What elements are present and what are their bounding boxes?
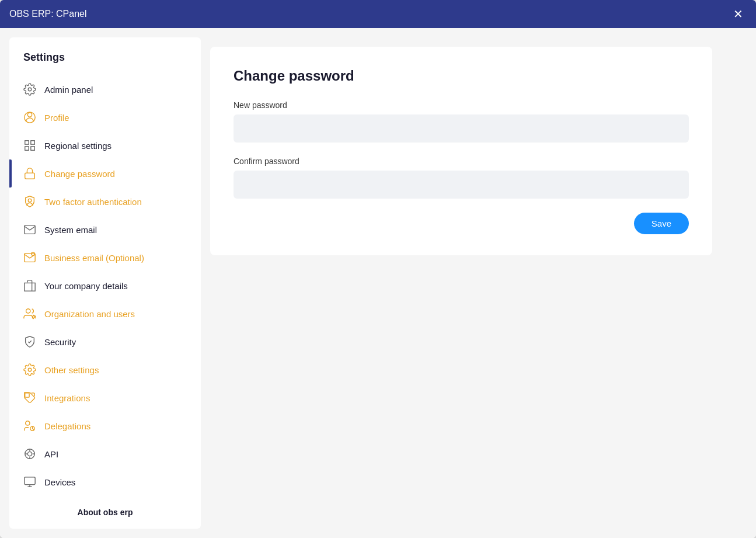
new-password-input[interactable] [234, 114, 689, 143]
sidebar-item-label-integrations: Integrations [44, 393, 90, 403]
svg-rect-6 [25, 173, 35, 179]
sidebar-item-label-profile: Profile [44, 113, 69, 123]
titlebar: OBS ERP: CPanel ✕ [0, 0, 756, 28]
sidebar-item-label-other-settings: Other settings [44, 365, 99, 375]
sidebar-item-security[interactable]: Security [9, 328, 201, 356]
shield-user-icon [23, 195, 36, 208]
form-actions: Save [234, 213, 689, 234]
sidebar-item-label-security: Security [44, 337, 76, 347]
puzzle-icon [23, 391, 36, 404]
sidebar-footer[interactable]: About obs erp [9, 496, 201, 522]
svg-rect-3 [31, 141, 34, 144]
delegate-icon [23, 419, 36, 432]
svg-point-8 [32, 252, 35, 256]
confirm-password-input[interactable] [234, 171, 689, 199]
shield-check-icon [23, 335, 36, 348]
sidebar-item-label-change-password: Change password [44, 169, 115, 179]
svg-rect-29 [25, 477, 35, 485]
main-content: Change password New password Confirm pas… [201, 37, 747, 529]
svg-rect-2 [25, 141, 29, 144]
sidebar-item-admin-panel[interactable]: Admin panel [9, 75, 201, 103]
form-title: Change password [234, 68, 689, 84]
svg-rect-9 [25, 283, 35, 291]
confirm-password-label: Confirm password [234, 157, 689, 166]
svg-rect-5 [31, 147, 34, 150]
sidebar-item-label-delegations: Delegations [44, 421, 90, 431]
sidebar-item-label-system-email: System email [44, 225, 97, 235]
sidebar-item-system-email[interactable]: System email [9, 216, 201, 244]
settings-cog-icon [23, 363, 36, 376]
sidebar-item-label-devices: Devices [44, 477, 75, 487]
svg-point-14 [26, 309, 30, 313]
save-button[interactable]: Save [634, 213, 689, 234]
sidebar-item-label-api: API [44, 449, 58, 459]
sidebar-item-profile[interactable]: Profile [9, 103, 201, 131]
user-circle-icon [23, 111, 36, 124]
form-card: Change password New password Confirm pas… [210, 47, 712, 255]
svg-point-23 [27, 452, 32, 456]
sidebar-item-org-users[interactable]: Organization and users [9, 300, 201, 328]
sidebar-item-company-details[interactable]: Your company details [9, 272, 201, 300]
sidebar-item-label-company: Your company details [44, 281, 128, 291]
svg-point-18 [28, 368, 32, 372]
grid-icon [23, 139, 36, 152]
building-icon [23, 279, 36, 292]
sidebar-item-devices[interactable]: Devices [9, 468, 201, 496]
svg-point-0 [28, 88, 32, 91]
gear-icon [23, 83, 36, 96]
confirm-password-group: Confirm password [234, 157, 689, 199]
sidebar-item-label-regional: Regional settings [44, 141, 112, 151]
svg-point-15 [33, 316, 35, 318]
api-icon [23, 447, 36, 460]
sidebar-item-label-org-users: Organization and users [44, 309, 135, 319]
sidebar-item-other-settings[interactable]: Other settings [9, 356, 201, 384]
sidebar-item-label-admin-panel: Admin panel [44, 85, 93, 95]
titlebar-title: OBS ERP: CPanel [9, 9, 87, 19]
svg-rect-20 [25, 393, 29, 397]
svg-point-21 [26, 421, 30, 425]
new-password-label: New password [234, 100, 689, 110]
close-button[interactable]: ✕ [730, 6, 747, 22]
envelope-icon [23, 223, 36, 236]
app-window: OBS ERP: CPanel ✕ Settings Admin panel P… [0, 0, 756, 538]
envelope-badge-icon [23, 251, 36, 264]
sidebar-item-label-business-email: Business email (Optional) [44, 253, 144, 263]
sidebar-item-two-factor[interactable]: Two factor authentication [9, 188, 201, 216]
svg-rect-4 [25, 147, 29, 150]
sidebar-item-api[interactable]: API [9, 440, 201, 468]
sidebar-item-delegations[interactable]: Delegations [9, 412, 201, 440]
new-password-group: New password [234, 100, 689, 143]
content-area: Settings Admin panel Profile R [0, 28, 756, 538]
sidebar-item-regional-settings[interactable]: Regional settings [9, 131, 201, 159]
sidebar-item-change-password[interactable]: Change password [9, 159, 201, 188]
lock-icon [23, 167, 36, 180]
sidebar-item-label-two-factor: Two factor authentication [44, 197, 142, 207]
monitor-icon [23, 475, 36, 488]
sidebar-heading: Settings [9, 51, 201, 75]
sidebar-item-business-email[interactable]: Business email (Optional) [9, 244, 201, 272]
sidebar-item-integrations[interactable]: Integrations [9, 384, 201, 412]
svg-point-7 [28, 199, 32, 202]
users-gear-icon [23, 307, 36, 320]
sidebar: Settings Admin panel Profile R [9, 37, 201, 529]
